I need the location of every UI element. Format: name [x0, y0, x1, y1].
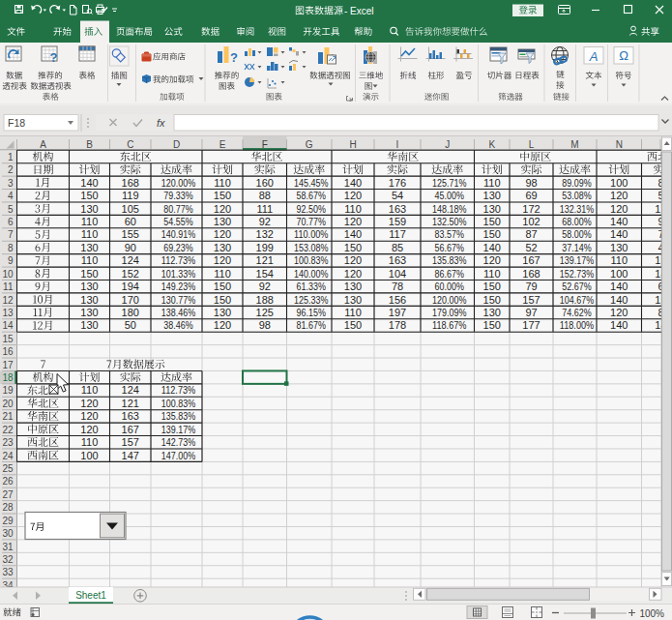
svg-text:197: 197 [389, 307, 406, 318]
svg-text:?: ? [50, 50, 58, 65]
svg-text:150: 150 [80, 268, 98, 280]
svg-text:K: K [488, 139, 495, 150]
svg-text:29: 29 [2, 516, 14, 526]
svg-text:110: 110 [483, 268, 501, 280]
svg-text:140: 140 [610, 319, 628, 331]
svg-text:140: 140 [344, 228, 362, 240]
svg-text:120: 120 [214, 319, 231, 331]
svg-text:145.45%: 145.45% [294, 177, 328, 189]
svg-text:F: F [262, 139, 268, 150]
svg-text:140.91%: 140.91% [161, 228, 195, 240]
svg-text:85: 85 [392, 242, 403, 253]
svg-text:110: 110 [81, 228, 99, 240]
svg-text:156: 156 [389, 294, 406, 306]
svg-text:12: 12 [2, 295, 14, 306]
svg-text:96.15%: 96.15% [297, 307, 326, 318]
svg-text:121: 121 [256, 254, 274, 266]
svg-text:130: 130 [214, 242, 231, 253]
svg-text:fx: fx [157, 117, 165, 129]
svg-text:100.83%: 100.83% [294, 254, 328, 266]
svg-text:135.83%: 135.83% [432, 254, 466, 266]
svg-text:140.00%: 140.00% [294, 268, 328, 280]
svg-text:176: 176 [389, 177, 406, 189]
svg-text:117: 117 [389, 228, 406, 240]
svg-text:120: 120 [344, 268, 362, 280]
svg-text:100: 100 [610, 268, 628, 280]
svg-text:110: 110 [81, 436, 99, 448]
svg-text:110: 110 [344, 203, 362, 215]
svg-text:159: 159 [389, 216, 406, 227]
svg-text:150: 150 [214, 190, 231, 201]
svg-text:157: 157 [122, 436, 139, 448]
svg-text:149.23%: 149.23% [161, 280, 195, 292]
svg-text:83.57%: 83.57% [435, 228, 464, 240]
svg-text:19: 19 [2, 385, 14, 396]
svg-text:132: 132 [256, 228, 274, 240]
svg-text:45.00%: 45.00% [435, 190, 464, 201]
svg-text:150: 150 [483, 294, 501, 306]
svg-text:13: 13 [2, 308, 14, 318]
svg-text:15: 15 [2, 334, 14, 344]
svg-text:A: A [40, 139, 46, 150]
svg-text:130: 130 [80, 280, 98, 292]
svg-text:132.31%: 132.31% [560, 203, 594, 215]
svg-text:104.67%: 104.67% [560, 294, 594, 306]
svg-text:58.67%: 58.67% [297, 190, 326, 201]
svg-text:140: 140 [610, 216, 628, 227]
svg-text:120: 120 [610, 307, 628, 318]
svg-text:135.83%: 135.83% [161, 410, 195, 422]
svg-text:110: 110 [214, 268, 231, 280]
svg-text:80.77%: 80.77% [163, 203, 192, 215]
svg-text:150: 150 [483, 216, 501, 227]
svg-text:81.67%: 81.67% [297, 319, 326, 331]
svg-text:121: 121 [122, 398, 139, 409]
svg-text:53.08%: 53.08% [562, 190, 591, 201]
svg-text:120.00%: 120.00% [432, 294, 466, 306]
svg-text:68.00%: 68.00% [562, 216, 591, 227]
svg-text:38.46%: 38.46% [163, 319, 192, 331]
svg-text:52: 52 [525, 242, 537, 253]
svg-text:152: 152 [122, 268, 139, 280]
svg-text:60.00%: 60.00% [435, 280, 464, 292]
svg-text:26: 26 [2, 476, 14, 487]
svg-text:163: 163 [122, 410, 139, 422]
svg-text:5: 5 [8, 204, 14, 215]
svg-text:86.67%: 86.67% [435, 268, 464, 280]
svg-text:97: 97 [525, 307, 537, 318]
svg-text:130: 130 [214, 307, 231, 318]
svg-text:100: 100 [610, 177, 628, 189]
svg-text:130: 130 [483, 190, 501, 201]
svg-text:L: L [529, 139, 535, 150]
svg-text:112.73%: 112.73% [161, 384, 195, 396]
svg-text:22: 22 [2, 425, 14, 435]
svg-text:50: 50 [125, 319, 136, 331]
svg-text:120: 120 [344, 254, 362, 266]
svg-text:E: E [219, 139, 226, 150]
svg-text:120: 120 [344, 216, 362, 227]
svg-text:79.33%: 79.33% [163, 190, 192, 201]
svg-text:152.73%: 152.73% [560, 268, 594, 280]
svg-text:120.00%: 120.00% [161, 177, 195, 189]
svg-text:194: 194 [122, 280, 139, 292]
svg-text:153.08%: 153.08% [294, 242, 328, 253]
svg-text:20: 20 [2, 399, 14, 409]
svg-text:130: 130 [483, 203, 501, 215]
svg-text:188: 188 [256, 294, 274, 306]
svg-text:92: 92 [259, 216, 271, 227]
svg-text:132.50%: 132.50% [432, 216, 466, 227]
svg-text:120: 120 [610, 190, 628, 201]
svg-text:9: 9 [8, 255, 14, 266]
svg-text:F18: F18 [8, 117, 25, 129]
svg-text:100.83%: 100.83% [161, 398, 195, 409]
svg-text:27: 27 [2, 489, 14, 500]
svg-text:8: 8 [8, 243, 14, 253]
svg-text:167: 167 [122, 424, 139, 435]
svg-text:98: 98 [259, 319, 271, 331]
svg-text:125: 125 [256, 307, 274, 318]
svg-text:120: 120 [214, 203, 231, 215]
svg-text:119: 119 [122, 190, 139, 201]
svg-text:52.67%: 52.67% [562, 280, 591, 292]
svg-text:178: 178 [389, 319, 406, 331]
svg-text:110: 110 [344, 307, 362, 318]
svg-text:I: I [396, 139, 399, 150]
